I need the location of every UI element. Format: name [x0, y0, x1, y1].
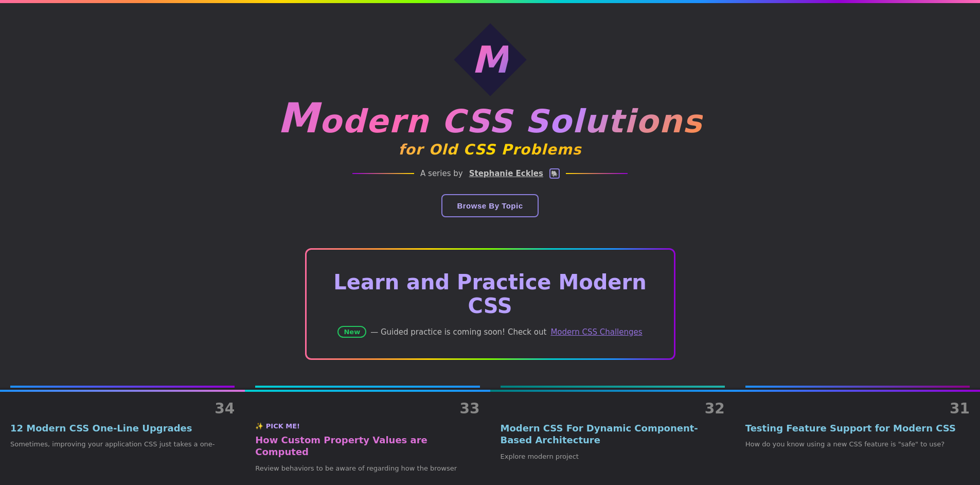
main-title-container: Modern CSS Solutions for Old CSS Problem… — [277, 96, 703, 158]
divider-left — [352, 173, 414, 174]
cards-section: 34 12 Modern CSS One-Line Upgrades Somet… — [0, 386, 980, 485]
practice-section: Learn and Practice Modern CSS New — Guid… — [305, 248, 675, 360]
card-32[interactable]: 32 Modern CSS For Dynamic Component-Base… — [490, 388, 735, 485]
divider-right — [566, 173, 628, 174]
card-34-number: 34 — [10, 400, 235, 417]
mastodon-icon[interactable]: 🐘 — [549, 168, 560, 179]
card-31[interactable]: 31 Testing Feature Support for Modern CS… — [735, 388, 980, 485]
card-31-title: Testing Feature Support for Modern CSS — [745, 422, 970, 434]
card-32-desc: Explore modern project — [501, 452, 725, 462]
card-34-outer: 34 12 Modern CSS One-Line Upgrades Somet… — [0, 386, 245, 485]
series-text: A series by — [420, 169, 463, 178]
card-31-number: 31 — [745, 400, 970, 417]
practice-description-before: — Guided practice is coming soon! Check … — [370, 327, 546, 337]
card-32-title: Modern CSS For Dynamic Component-Based A… — [501, 422, 725, 446]
author-link[interactable]: Stephanie Eckles — [469, 169, 543, 178]
card-33[interactable]: 33 ✨ PICK ME! How Custom Property Values… — [245, 388, 490, 485]
card-31-desc: How do you know using a new CSS feature … — [745, 439, 970, 449]
card-34-title: 12 Modern CSS One-Line Upgrades — [10, 422, 235, 434]
main-title-m: M — [277, 94, 319, 142]
new-badge: New — [337, 326, 366, 338]
logo-letter: M — [472, 41, 509, 78]
practice-section-wrapper: Learn and Practice Modern CSS New — Guid… — [295, 248, 686, 360]
practice-title: Learn and Practice Modern CSS — [332, 270, 648, 318]
browse-by-topic-button[interactable]: Browse By Topic — [441, 194, 538, 217]
series-line: A series by Stephanie Eckles 🐘 — [352, 168, 628, 179]
challenges-link[interactable]: Modern CSS Challenges — [550, 327, 642, 337]
card-31-outer: 31 Testing Feature Support for Modern CS… — [735, 386, 980, 485]
card-32-outer: 32 Modern CSS For Dynamic Component-Base… — [490, 386, 735, 485]
card-33-title: How Custom Property Values are Computed — [255, 434, 479, 458]
card-33-number: 33 — [255, 400, 479, 417]
card-33-pick-me: ✨ PICK ME! — [255, 422, 479, 430]
card-33-outer: 33 ✨ PICK ME! How Custom Property Values… — [245, 386, 490, 485]
hero-section: M Modern CSS Solutions for Old CSS Probl… — [0, 3, 980, 228]
subtitle: for Old CSS Problems — [277, 141, 703, 158]
card-32-number: 32 — [501, 400, 725, 417]
card-34-desc: Sometimes, improving your application CS… — [10, 439, 235, 449]
main-title: Modern CSS Solutions — [277, 96, 703, 141]
practice-subtitle: New — Guided practice is coming soon! Ch… — [332, 326, 648, 338]
main-title-rest: odern CSS Solutions — [319, 102, 703, 140]
card-34[interactable]: 34 12 Modern CSS One-Line Upgrades Somet… — [0, 388, 245, 485]
card-33-desc: Review behaviors to be aware of regardin… — [255, 463, 479, 474]
